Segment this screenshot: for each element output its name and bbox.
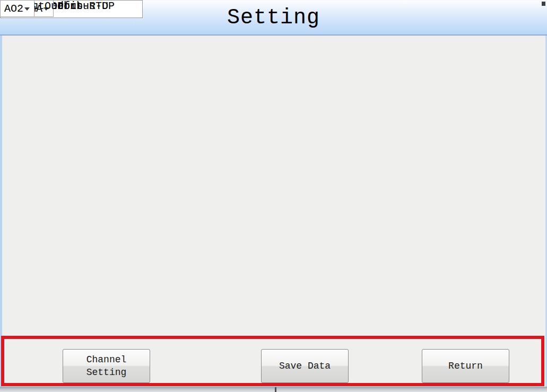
bottom-edge-mark [275,387,276,392]
save-data-button[interactable]: Save Data [261,349,349,383]
height-out-value: AO2 [4,3,23,15]
height-out-select[interactable]: AO2 [0,0,34,17]
bottom-edge-strip [0,387,547,392]
window-corner-mark [542,2,545,6]
return-button[interactable]: Return [422,349,509,383]
window-frame-left [0,36,2,387]
channel-setting-button[interactable]: Channel Setting [63,349,150,383]
page-title: Setting [227,6,320,30]
chevron-down-icon [24,7,30,11]
setting-window: Setting X Axis s X-Axis interval s Chann… [0,0,547,392]
